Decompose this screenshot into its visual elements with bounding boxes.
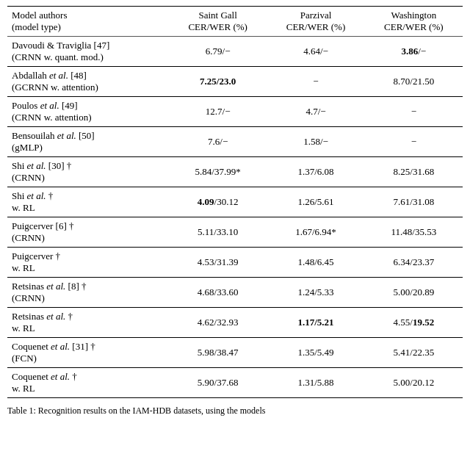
table-caption: Table 1: Recognition results on the IAM-… [7, 405, 463, 416]
table-row: Shi et al. † w. RL 4.09/30.12 1.26/5.61 … [7, 187, 463, 217]
results-table: Model authors (model type) Saint Gall CE… [7, 6, 463, 398]
table-row: Poulos et al. [49] (CRNN w. attention) 1… [7, 97, 463, 127]
header-saintgall: Saint Gall CER/WER (%) [169, 7, 267, 37]
header-washington: Washington CER/WER (%) [365, 7, 463, 37]
header-authors: Model authors (model type) [7, 7, 169, 37]
table-row: Coquenet et al. † w. RL 5.90/37.68 1.31/… [7, 368, 463, 398]
table-row: Coquenet et al. [31] † (FCN) 5.98/38.47 … [7, 338, 463, 368]
header-parzival: Parzival CER/WER (%) [267, 7, 364, 37]
table-row: Puigcerver † w. RL 4.53/31.39 1.48/6.45 … [7, 248, 463, 278]
table-row: Davoudi & Traviglia [47] (CRNN w. quant.… [7, 37, 463, 67]
table-row: Abdallah et al. [48] (GCRNN w. attention… [7, 67, 463, 97]
table-row: Puigcerver [6] † (CRNN) 5.11/33.10 1.67/… [7, 217, 463, 248]
table-row: Bensouilah et al. [50] (gMLP) 7.6/− 1.58… [7, 127, 463, 157]
table-row: Retsinas et al. † w. RL 4.62/32.93 1.17/… [7, 308, 463, 338]
table-row: Retsinas et al. [8] † (CRNN) 4.68/33.60 … [7, 278, 463, 308]
table-row: Shi et al. [30] † (CRNN) 5.84/37.99* 1.3… [7, 157, 463, 187]
